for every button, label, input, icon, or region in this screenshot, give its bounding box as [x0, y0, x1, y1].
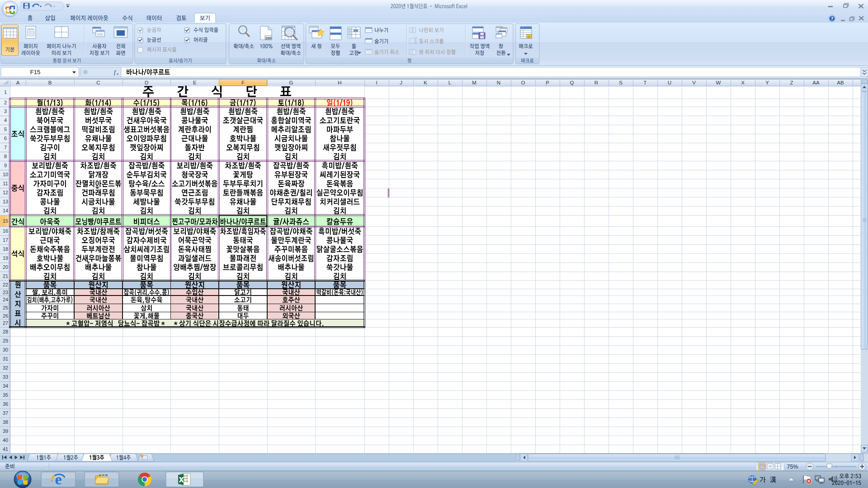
svg-text:34: 34 — [3, 383, 8, 389]
svg-text:20: 20 — [3, 264, 8, 270]
svg-text:14: 14 — [3, 208, 8, 213]
svg-text:V: V — [692, 80, 696, 85]
svg-text:9: 9 — [4, 163, 7, 168]
svg-text:19: 19 — [3, 255, 8, 261]
svg-text:39: 39 — [3, 428, 8, 434]
svg-text:12: 12 — [3, 190, 8, 195]
svg-text:Y: Y — [765, 80, 769, 85]
svg-text:F: F — [241, 80, 245, 85]
svg-text:75%: 75% — [787, 464, 798, 470]
svg-text:15: 15 — [3, 218, 8, 224]
svg-text:35: 35 — [3, 392, 8, 398]
svg-text:1: 1 — [4, 89, 7, 95]
svg-text:F15: F15 — [30, 69, 40, 75]
svg-text:e: e — [55, 471, 61, 488]
svg-text:M: M — [472, 80, 476, 85]
svg-text:17: 17 — [3, 237, 8, 243]
svg-text:D: D — [145, 80, 148, 85]
svg-text:C: C — [96, 80, 100, 85]
svg-text:18: 18 — [3, 246, 8, 252]
svg-text:O: O — [521, 80, 525, 85]
svg-text:AB: AB — [837, 80, 844, 85]
svg-text:23: 23 — [3, 290, 8, 295]
svg-text:21: 21 — [3, 273, 8, 279]
svg-text:7: 7 — [4, 145, 7, 150]
svg-text:B: B — [48, 80, 52, 85]
svg-text:A: A — [16, 80, 20, 85]
svg-text:36: 36 — [3, 401, 8, 407]
svg-text:26: 26 — [3, 313, 8, 319]
svg-text:3: 3 — [4, 108, 7, 114]
svg-text:28: 28 — [3, 329, 8, 334]
svg-text:10: 10 — [3, 172, 8, 177]
svg-text:H: H — [338, 80, 341, 85]
svg-text:40: 40 — [3, 437, 8, 443]
svg-text:U: U — [668, 80, 671, 85]
svg-text:2: 2 — [4, 100, 7, 105]
svg-text:29: 29 — [3, 338, 8, 343]
svg-text:33: 33 — [3, 374, 8, 380]
svg-text:L: L — [448, 80, 452, 85]
svg-text:x: x — [116, 71, 118, 76]
svg-text:AA: AA — [812, 80, 820, 85]
svg-text:5: 5 — [4, 127, 7, 132]
svg-text:38: 38 — [3, 419, 8, 425]
svg-text:Q: Q — [570, 80, 574, 85]
svg-text:32: 32 — [3, 365, 8, 371]
svg-text:11: 11 — [3, 181, 8, 186]
svg-text:6: 6 — [4, 136, 7, 141]
svg-text:G: G — [289, 80, 293, 85]
svg-text:25: 25 — [3, 305, 8, 310]
svg-text:N: N — [497, 80, 500, 85]
svg-text:22: 22 — [3, 282, 8, 287]
svg-text:4: 4 — [4, 117, 7, 123]
svg-text:100: 100 — [265, 36, 272, 40]
svg-text:K: K — [424, 80, 427, 85]
svg-text:X: X — [741, 80, 745, 85]
svg-text:I: I — [376, 80, 377, 85]
svg-text:Z: Z — [790, 80, 793, 85]
svg-text:27: 27 — [3, 320, 8, 326]
svg-text:24: 24 — [3, 297, 8, 302]
svg-text:W: W — [716, 80, 721, 85]
svg-text:S: S — [619, 80, 623, 85]
svg-text:R: R — [594, 80, 598, 85]
svg-text:30: 30 — [3, 347, 8, 352]
svg-text:13: 13 — [3, 199, 8, 204]
svg-text:E: E — [193, 80, 197, 85]
svg-text:16: 16 — [3, 228, 8, 234]
svg-text:?: ? — [831, 16, 834, 21]
svg-text:31: 31 — [3, 356, 8, 361]
svg-text:41: 41 — [3, 446, 8, 452]
svg-text:37: 37 — [3, 410, 8, 416]
svg-text:T: T — [643, 80, 646, 85]
svg-text:8: 8 — [4, 154, 7, 159]
svg-text:P: P — [546, 80, 549, 85]
svg-text:J: J — [400, 80, 402, 85]
